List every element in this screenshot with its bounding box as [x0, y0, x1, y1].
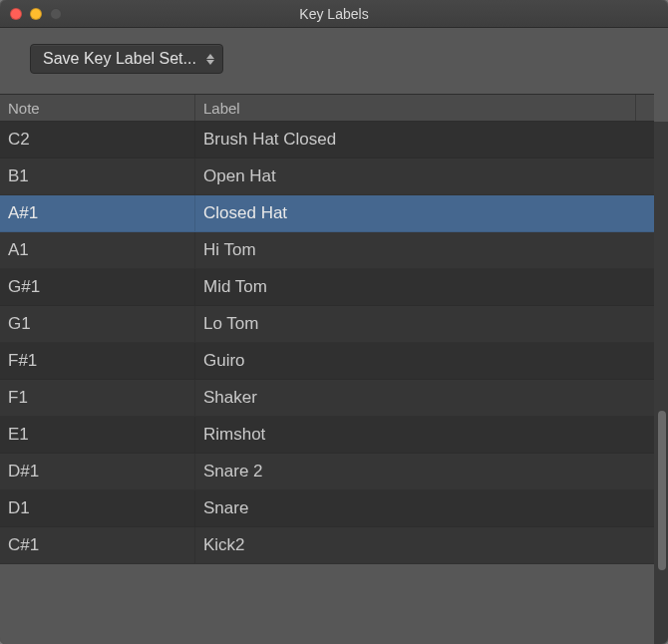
label-cell[interactable]: Mid Tom: [195, 277, 654, 297]
scrollbar-track[interactable]: [654, 122, 668, 644]
label-cell[interactable]: Open Hat: [195, 166, 654, 186]
note-cell[interactable]: D#1: [0, 454, 195, 489]
label-cell[interactable]: Shaker: [195, 388, 654, 408]
note-cell[interactable]: E1: [0, 417, 195, 453]
label-cell[interactable]: Kick2: [195, 535, 654, 555]
note-cell[interactable]: A#1: [0, 195, 195, 231]
label-cell[interactable]: Closed Hat: [195, 203, 654, 223]
column-header-label[interactable]: Label: [195, 95, 636, 121]
label-cell[interactable]: Hi Tom: [195, 240, 654, 260]
label-cell[interactable]: Rimshot: [195, 425, 654, 445]
scrollbar-thumb[interactable]: [658, 411, 666, 570]
key-labels-window: Key Labels Save Key Label Set... Note La…: [0, 0, 668, 644]
note-cell[interactable]: G1: [0, 306, 195, 342]
table-row[interactable]: C#1Kick2: [0, 527, 654, 564]
close-window-button[interactable]: [10, 8, 22, 20]
column-header-note[interactable]: Note: [0, 95, 195, 121]
table-row[interactable]: D#1Snare 2: [0, 454, 654, 490]
note-cell[interactable]: F1: [0, 380, 195, 416]
table-row[interactable]: G#1Mid Tom: [0, 269, 654, 306]
table-row[interactable]: B1Open Hat: [0, 159, 654, 195]
window-title: Key Labels: [0, 6, 668, 22]
table-row[interactable]: F1Shaker: [0, 380, 654, 417]
note-cell[interactable]: B1: [0, 159, 195, 194]
table-row[interactable]: G1Lo Tom: [0, 306, 654, 343]
label-cell[interactable]: Snare 2: [195, 462, 654, 482]
titlebar[interactable]: Key Labels: [0, 0, 668, 28]
note-cell[interactable]: G#1: [0, 269, 195, 305]
table-row[interactable]: D1Snare: [0, 490, 654, 527]
label-cell[interactable]: Snare: [195, 498, 654, 518]
dropdown-arrows-icon: [206, 54, 214, 65]
note-cell[interactable]: A1: [0, 232, 195, 268]
label-cell[interactable]: Guiro: [195, 351, 654, 371]
column-header-spacer: [636, 95, 654, 121]
label-cell[interactable]: Brush Hat Closed: [195, 130, 654, 150]
table-row[interactable]: C2Brush Hat Closed: [0, 122, 654, 159]
minimize-window-button[interactable]: [30, 8, 42, 20]
table-row[interactable]: E1Rimshot: [0, 417, 654, 454]
table: Note Label C2Brush Hat ClosedB1Open HatA…: [0, 94, 668, 644]
note-cell[interactable]: F#1: [0, 343, 195, 379]
table-row[interactable]: A1Hi Tom: [0, 232, 654, 269]
table-row[interactable]: F#1Guiro: [0, 343, 654, 380]
label-cell[interactable]: Lo Tom: [195, 314, 654, 334]
note-cell[interactable]: D1: [0, 490, 195, 526]
dropdown-label: Save Key Label Set...: [43, 50, 196, 68]
table-header: Note Label: [0, 94, 654, 122]
zoom-window-button: [50, 8, 62, 20]
traffic-lights: [0, 8, 62, 20]
table-row[interactable]: A#1Closed Hat: [0, 195, 654, 232]
table-body: C2Brush Hat ClosedB1Open HatA#1Closed Ha…: [0, 122, 654, 564]
key-label-set-dropdown[interactable]: Save Key Label Set...: [30, 44, 223, 74]
note-cell[interactable]: C2: [0, 122, 195, 158]
note-cell[interactable]: C#1: [0, 527, 195, 563]
toolbar: Save Key Label Set...: [0, 28, 668, 94]
